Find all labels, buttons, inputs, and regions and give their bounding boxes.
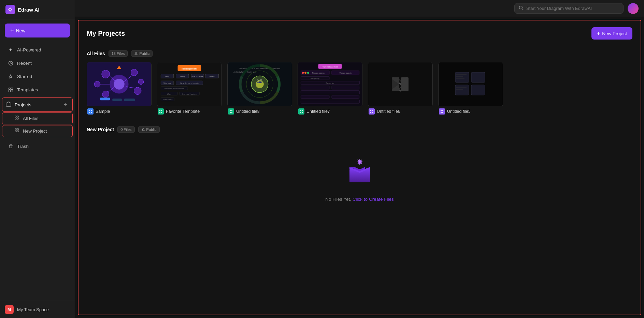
svg-rect-98 — [302, 112, 303, 113]
svg-point-118 — [142, 128, 144, 130]
svg-rect-29 — [100, 97, 110, 100]
svg-rect-34 — [89, 112, 90, 113]
file-icon-file6 — [369, 108, 375, 115]
file-thumb-file5 — [438, 62, 503, 106]
all-files-label: All Files — [87, 51, 105, 56]
svg-point-15 — [135, 52, 137, 54]
file-card-file8[interactable]: WHY WHAT And just what did they try to..… — [227, 62, 292, 115]
svg-point-81 — [307, 72, 309, 74]
file-icon-sample — [87, 108, 94, 115]
file-icon-file8 — [228, 108, 234, 115]
svg-text:What do How to execute: What do How to execute — [180, 82, 199, 84]
svg-text:How to do How to execute: How to do How to execute — [164, 88, 184, 90]
file-thumb-file6 — [368, 62, 433, 106]
file-card-file6[interactable]: Untitled file6 — [368, 62, 433, 115]
file-name-file6: Untitled file6 — [377, 109, 400, 114]
file-card-favorite-template[interactable]: Management Why 5 Why Which choice When — [157, 62, 222, 115]
file-name-file7: Untitled file7 — [306, 109, 330, 114]
svg-rect-4 — [11, 90, 13, 92]
new-project-nav-icon — [15, 128, 19, 134]
file-icon-favorite — [158, 108, 164, 115]
svg-text:RICI management: RICI management — [322, 66, 338, 68]
file-card-file7[interactable]: RICI management Manage process Manage ou… — [298, 62, 362, 115]
empty-message: No Files Yet, Click to Create Files — [325, 197, 393, 202]
svg-text:Manage step: Manage step — [311, 78, 319, 79]
svg-rect-10 — [15, 128, 16, 130]
svg-point-23 — [138, 79, 144, 85]
visibility-badge: Public — [131, 50, 153, 57]
sidebar-item-recent[interactable]: Recent — [2, 57, 73, 70]
team-space[interactable]: M My Team Space — [0, 301, 75, 318]
search-icon — [519, 5, 524, 11]
svg-rect-3 — [9, 90, 10, 92]
file-info-file6: Untitled file6 — [368, 106, 433, 115]
user-avatar[interactable] — [628, 3, 639, 14]
svg-rect-5 — [6, 103, 11, 106]
svg-text:Which choice: Which choice — [191, 75, 204, 77]
svg-rect-93 — [332, 95, 359, 99]
svg-rect-100 — [401, 77, 409, 91]
svg-point-14 — [519, 6, 523, 9]
new-project-section: New Project 0 Files Public — [78, 121, 641, 224]
svg-rect-96 — [300, 112, 301, 113]
projects-subitems: All Files New Project — [2, 112, 73, 137]
sidebar-subitem-new-project[interactable]: New Project — [2, 125, 73, 137]
empty-state: No Files Yet, Click to Create Files — [87, 138, 632, 219]
file-icon-file7 — [298, 108, 304, 115]
svg-rect-94 — [301, 100, 359, 103]
svg-rect-59 — [159, 110, 160, 111]
create-files-link[interactable]: Click to Create Files — [353, 197, 394, 202]
sidebar-item-templates[interactable]: Templates — [2, 83, 73, 96]
new-project-visibility: Public — [138, 126, 160, 133]
svg-text:How much budge...: How much budge... — [182, 93, 197, 95]
svg-text:Manage outputs: Manage outputs — [340, 72, 352, 74]
svg-rect-62 — [161, 112, 162, 113]
svg-rect-92 — [301, 95, 329, 99]
sidebar-item-ai-powered[interactable]: ✦ AI-Powered — [2, 43, 73, 56]
svg-rect-91 — [301, 91, 359, 94]
file-count-badge: 13 Files — [109, 50, 128, 57]
empty-icon — [344, 155, 375, 191]
svg-rect-12 — [17, 128, 18, 130]
svg-rect-90 — [332, 86, 359, 89]
app-header: Edraw AI — [0, 0, 75, 19]
new-button[interactable]: + New — [5, 24, 70, 37]
projects-header: My Projects + New Project — [78, 20, 641, 45]
sidebar-item-starred[interactable]: Starred — [2, 70, 73, 83]
all-files-icon — [15, 116, 19, 121]
search-bar[interactable] — [514, 3, 624, 14]
file-card-sample[interactable]: Sample — [87, 62, 152, 115]
files-grid: Sample Management Why 5 Why — [87, 62, 632, 115]
all-files-section: All Files 13 Files Public — [78, 45, 641, 121]
sidebar-item-projects[interactable]: Projects + — [2, 97, 73, 112]
recent-icon — [8, 60, 14, 66]
svg-rect-102 — [370, 112, 371, 113]
svg-rect-74 — [231, 110, 232, 111]
team-avatar: M — [5, 305, 14, 314]
svg-rect-9 — [17, 118, 18, 119]
search-input[interactable] — [526, 6, 619, 11]
svg-text:The idea is to think as if the: The idea is to think as if the order of … — [239, 68, 281, 70]
svg-rect-33 — [89, 110, 90, 111]
team-space-label: My Team Space — [17, 307, 49, 312]
svg-rect-6 — [15, 116, 16, 117]
file-info-file8: Untitled file8 — [227, 106, 292, 115]
file-card-file5[interactable]: Untitled file5 — [438, 62, 503, 115]
new-project-button[interactable]: + New Project — [591, 27, 632, 40]
svg-rect-60 — [159, 112, 160, 113]
svg-rect-101 — [370, 110, 371, 111]
app-logo — [5, 5, 15, 14]
add-project-button[interactable]: + — [62, 101, 69, 108]
sidebar-item-trash[interactable]: Trash — [2, 140, 73, 153]
svg-rect-73 — [230, 112, 231, 113]
sidebar-subitem-all-files[interactable]: All Files — [2, 112, 73, 124]
sidebar: Edraw AI + New ✦ AI-Powered Recent Starr… — [0, 0, 75, 318]
svg-rect-117 — [442, 112, 443, 113]
new-project-plus-icon: + — [597, 30, 600, 36]
svg-rect-104 — [372, 112, 373, 113]
svg-rect-31 — [124, 99, 135, 101]
file-info-favorite: Favorite Template — [157, 106, 222, 115]
file-name-file5: Untitled file5 — [447, 109, 471, 114]
file-thumb-file8: WHY WHAT And just what did they try to..… — [227, 62, 292, 106]
svg-point-17 — [114, 79, 125, 90]
